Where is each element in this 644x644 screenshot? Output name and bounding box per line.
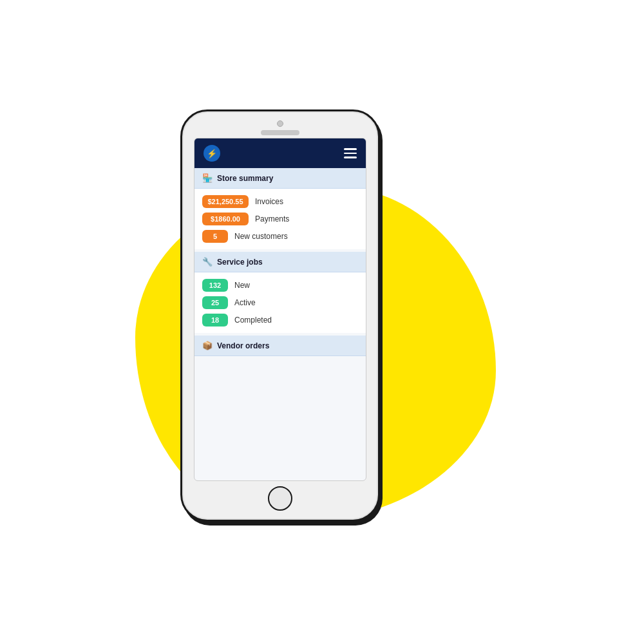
list-item[interactable]: 18 Completed xyxy=(202,314,358,327)
app-content[interactable]: 🏪 Store summary $21,250.55 Invoices $186… xyxy=(194,168,366,480)
new-jobs-label: New xyxy=(234,281,250,290)
active-jobs-badge: 25 xyxy=(202,296,228,309)
list-item[interactable]: $21,250.55 Invoices xyxy=(202,195,358,208)
new-customers-label: New customers xyxy=(234,232,288,241)
phone-speaker xyxy=(261,130,299,135)
hamburger-menu-button[interactable] xyxy=(344,148,357,158)
phone-screen: ⚡ 🏪 Store summary $21,250.55 Invoi xyxy=(194,138,366,481)
list-item[interactable]: 5 New customers xyxy=(202,230,358,243)
invoices-badge: $21,250.55 xyxy=(202,195,249,208)
app-header: ⚡ xyxy=(194,138,366,168)
vendor-orders-header: 📦 Vendor orders xyxy=(194,336,366,356)
scene: ⚡ 🏪 Store summary $21,250.55 Invoi xyxy=(97,58,547,586)
store-summary-title: Store summary xyxy=(217,174,273,183)
completed-jobs-badge: 18 xyxy=(202,314,228,327)
hamburger-line-3 xyxy=(344,156,357,158)
invoices-label: Invoices xyxy=(255,197,283,206)
phone-top-bar xyxy=(182,111,378,135)
hamburger-line-1 xyxy=(344,148,357,150)
payments-badge: $1860.00 xyxy=(202,213,249,225)
store-summary-body: $21,250.55 Invoices $1860.00 Payments 5 … xyxy=(194,189,366,252)
hamburger-line-2 xyxy=(344,153,357,155)
phone-camera xyxy=(277,120,283,127)
list-item[interactable]: 25 Active xyxy=(202,296,358,309)
service-jobs-header: 🔧 Service jobs xyxy=(194,252,366,272)
store-icon: 🏪 xyxy=(202,173,213,183)
wrench-icon: 🔧 xyxy=(202,257,213,267)
phone-bottom-bar xyxy=(182,486,378,520)
active-jobs-label: Active xyxy=(234,298,256,307)
app-logo-icon: ⚡ xyxy=(204,145,220,162)
vendor-icon: 📦 xyxy=(202,341,213,350)
service-jobs-body: 132 New 25 Active 18 Completed xyxy=(194,272,366,336)
home-button[interactable] xyxy=(268,486,292,511)
store-summary-header: 🏪 Store summary xyxy=(194,168,366,189)
phone-device: ⚡ 🏪 Store summary $21,250.55 Invoi xyxy=(180,109,380,522)
service-jobs-title: Service jobs xyxy=(217,258,263,267)
vendor-orders-title: Vendor orders xyxy=(217,341,269,350)
list-item[interactable]: $1860.00 Payments xyxy=(202,213,358,225)
payments-label: Payments xyxy=(255,214,289,223)
new-jobs-badge: 132 xyxy=(202,279,228,292)
list-item[interactable]: 132 New xyxy=(202,279,358,292)
new-customers-badge: 5 xyxy=(202,230,228,243)
completed-jobs-label: Completed xyxy=(234,316,272,325)
